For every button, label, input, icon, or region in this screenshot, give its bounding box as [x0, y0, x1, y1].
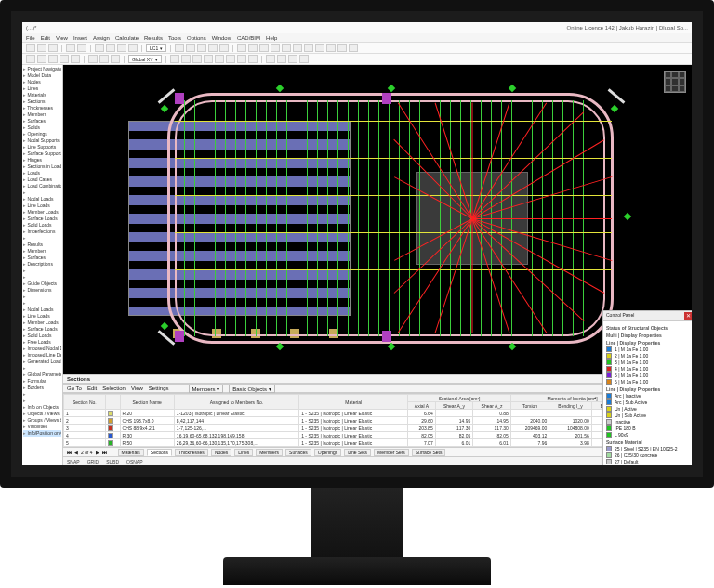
tree-item[interactable]	[23, 189, 61, 196]
tree-item[interactable]: Materials	[23, 92, 61, 98]
control-panel-item[interactable]: 1 | M 1a Fe 1.00	[606, 346, 692, 352]
menu-tools[interactable]: Tools	[168, 35, 181, 41]
loadcase-combo[interactable]: LC1 ▾	[146, 44, 166, 52]
tab-openings[interactable]: Openings	[314, 449, 341, 456]
tree-item[interactable]: Thicknesses	[23, 105, 61, 111]
control-panel-item[interactable]: 6 | M 1a Fe 1.00	[606, 378, 692, 385]
filter-combo[interactable]: Members ▾	[189, 385, 224, 393]
menu-window[interactable]: Window	[212, 35, 231, 41]
tree-item[interactable]: Member Loads	[23, 209, 61, 216]
tool-calc-icon[interactable]	[304, 44, 313, 52]
tool-results-icon[interactable]	[293, 44, 302, 52]
tree-item[interactable]: Borders	[23, 385, 61, 391]
nav-first-icon[interactable]: ⏮	[67, 450, 72, 455]
control-panel-item[interactable]: Un | Active	[606, 405, 692, 412]
control-panel-item[interactable]: 26 | C25/30 concrete	[606, 451, 692, 458]
tree-item[interactable]: Surface Loads	[23, 216, 61, 222]
tool-filter-icon[interactable]	[259, 44, 269, 52]
table-row[interactable]: 2CHS 193.7x8.08,42,117,1441 - S235 | Iso…	[64, 417, 692, 425]
navigation-cube[interactable]	[664, 71, 686, 93]
tree-item[interactable]: Groups / Views by Mass	[23, 417, 61, 424]
tree-item[interactable]: Imposed Nodal Deformations	[23, 346, 61, 352]
tree-item[interactable]: Load Combinations	[23, 183, 61, 189]
control-panel-item[interactable]: Arc | Sub Active	[606, 399, 692, 405]
tree-item[interactable]	[23, 268, 61, 274]
tree-item[interactable]: Nodal Supports	[23, 137, 61, 144]
menu-cadbim[interactable]: CAD/BIM	[237, 35, 260, 41]
tool-extrude-icon[interactable]	[170, 55, 179, 63]
tool-move-icon[interactable]	[181, 55, 191, 63]
tool-array-icon[interactable]	[204, 55, 213, 63]
tree-item[interactable]	[23, 294, 61, 300]
menu-results[interactable]: Results	[144, 35, 163, 41]
menu-help[interactable]: Help	[266, 35, 277, 41]
btn-edit[interactable]: Edit	[87, 385, 97, 391]
tree-item[interactable]: Sections	[23, 98, 61, 105]
tool-line-icon[interactable]	[37, 55, 46, 63]
tab-sections[interactable]: Sections	[147, 449, 172, 456]
btn-settings[interactable]: Settings	[149, 385, 169, 391]
control-panel-item[interactable]: 2 | M 1a Fe 1.00	[606, 352, 692, 359]
tree-item[interactable]: Surfaces	[23, 118, 61, 124]
tree-item[interactable]: Line Loads	[23, 203, 61, 209]
tab-member-sets[interactable]: Member Sets	[374, 449, 409, 456]
tree-item[interactable]: Members	[23, 111, 61, 118]
tool-merge-icon[interactable]	[226, 55, 235, 63]
model-viewport[interactable]	[63, 65, 692, 374]
tree-item[interactable]: Dimensions	[23, 287, 61, 294]
menu-assign[interactable]: Assign	[93, 35, 110, 41]
menu-insert[interactable]: Insert	[73, 35, 87, 41]
status-snap[interactable]: SNAP	[67, 459, 80, 464]
tree-item[interactable]: Sections in Load	[23, 163, 61, 170]
tool-divide-icon[interactable]	[215, 55, 224, 63]
nav-last-icon[interactable]: ⏭	[102, 450, 107, 455]
tool-member-icon[interactable]	[48, 55, 58, 63]
tree-item[interactable]: Line Loads	[23, 313, 61, 320]
tree-item[interactable]: Model Data	[23, 72, 61, 79]
btn-selection[interactable]: Selection	[102, 385, 126, 391]
tool-open-icon[interactable]	[37, 44, 46, 52]
tool-mirror-icon[interactable]	[192, 55, 202, 63]
tool-zoom-icon[interactable]	[175, 44, 184, 52]
btn-goto[interactable]: Go To	[67, 385, 82, 391]
col-shear-z[interactable]: Shear A_z	[473, 402, 511, 410]
tab-surface-sets[interactable]: Surface Sets	[412, 449, 446, 456]
status-subd[interactable]: SUBD	[106, 459, 119, 464]
tool-print-icon[interactable]	[95, 44, 104, 52]
btn-view[interactable]: View	[131, 385, 143, 391]
control-panel-item[interactable]: L 90x9	[606, 431, 692, 438]
tree-item[interactable]	[23, 398, 61, 404]
tree-item[interactable]: Objects / Views	[23, 411, 61, 417]
tree-item[interactable]: Surface Supports	[23, 150, 61, 157]
tool-support-icon[interactable]	[88, 55, 98, 63]
tree-item[interactable]: Hinges	[23, 157, 61, 163]
table-row[interactable]: 5R 5026,29,36,60-66,130,135,170,175,308,…	[64, 439, 692, 447]
tree-item[interactable]: Load Cases	[23, 176, 61, 183]
col-assigned[interactable]: Assigned to Members No.	[174, 395, 298, 410]
tree-item[interactable]: Generated Loads from Ply Masses	[23, 359, 61, 365]
sections-table[interactable]: Section No. Section Name Assigned to Mem…	[63, 394, 692, 447]
tree-item[interactable]: Solid Loads	[23, 333, 61, 339]
control-panel-item[interactable]: 3 | M 1a Fe 1.00	[606, 359, 692, 365]
tree-item[interactable]	[23, 274, 61, 281]
tab-lines[interactable]: Lines	[234, 449, 253, 456]
control-panel[interactable]: Control Panel ✕ Status of Structural Obj…	[602, 310, 692, 465]
colgroup-sectional-area[interactable]: Sectional Area [cm²]	[408, 395, 511, 402]
tree-highlighted-item[interactable]: Info/Position on Cu...	[23, 430, 61, 437]
control-panel-item[interactable]: 25 | Steel | S235 | EN 10025-2	[606, 445, 692, 451]
tool-redo-icon[interactable]	[77, 44, 86, 52]
tool-solid-icon[interactable]	[71, 55, 80, 63]
tool-fit-icon[interactable]	[197, 44, 206, 52]
control-panel-item[interactable]: 27 | Default	[606, 458, 692, 464]
workplane-combo[interactable]: Global XY ▾	[128, 55, 162, 63]
tool-wireframe-icon[interactable]	[277, 55, 286, 63]
control-panel-item[interactable]: 4 | M 1a Fe 1.00	[606, 365, 692, 372]
tool-surface-icon[interactable]	[60, 55, 69, 63]
tool-render-icon[interactable]	[266, 55, 275, 63]
tree-item[interactable]: Member Loads	[23, 320, 61, 326]
tree-item[interactable]: Surface Loads	[23, 326, 61, 333]
tree-item[interactable]	[23, 300, 61, 307]
control-panel-item[interactable]: IPE 180 B	[606, 425, 692, 431]
col-section-no[interactable]: Section No.	[64, 395, 106, 410]
tool-undo-icon[interactable]	[66, 44, 75, 52]
